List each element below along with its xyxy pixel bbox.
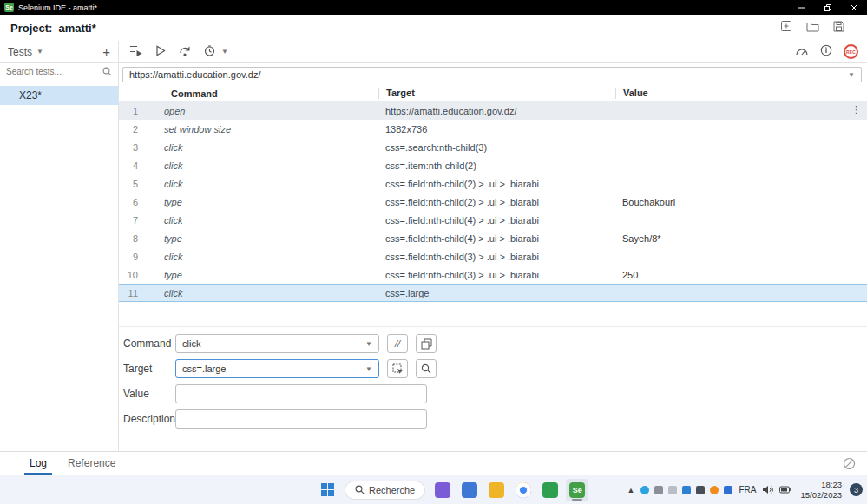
tray-cloud-icon[interactable] <box>654 486 663 494</box>
tray-shield-icon[interactable] <box>682 486 691 494</box>
row-menu-icon[interactable]: ⋮ <box>851 104 861 115</box>
table-row[interactable]: 6 type css=.field:nth-child(2) > .ui > .… <box>119 193 867 211</box>
language-indicator[interactable]: FRA <box>739 485 756 494</box>
row-target[interactable]: css=.search:nth-child(3) <box>378 142 615 153</box>
table-row[interactable]: 7 click css=.field:nth-child(4) > .ui > … <box>119 211 867 229</box>
clear-log-icon[interactable] <box>843 457 856 470</box>
find-target-button[interactable] <box>416 359 437 378</box>
battery-icon[interactable] <box>779 486 791 494</box>
table-row[interactable]: 3 click css=.search:nth-child(3) ⋮ <box>119 138 867 156</box>
speaker-icon[interactable] <box>762 485 773 494</box>
row-target[interactable]: https://amatti.education.gov.dz/ <box>378 106 615 116</box>
command-combobox-value: click <box>182 338 200 349</box>
tray-telegram-icon[interactable] <box>640 486 649 494</box>
minimize-button[interactable] <box>789 0 815 15</box>
info-icon[interactable] <box>820 44 832 60</box>
chrome-icon[interactable] <box>512 479 535 501</box>
chevron-down-icon[interactable]: ▼ <box>848 71 855 79</box>
table-row[interactable]: 4 click css=.item:nth-child(2) ⋮ <box>119 156 867 174</box>
tray-vlc-icon[interactable] <box>710 486 719 494</box>
open-reference-icon[interactable] <box>416 334 437 353</box>
calculator-app-icon[interactable] <box>458 479 481 501</box>
add-test-button[interactable]: + <box>102 45 110 58</box>
tests-panel-header: Tests ▼ + <box>0 41 119 62</box>
run-current-test-icon[interactable] <box>155 44 166 60</box>
table-row[interactable]: 2 set window size 1382x736 ⋮ <box>119 120 867 138</box>
row-value[interactable]: Bouchakourl <box>615 197 867 207</box>
table-row[interactable]: 1 open https://amatti.education.gov.dz/ … <box>119 101 867 120</box>
row-command[interactable]: click <box>138 215 378 226</box>
app-body: X23* https://amatti.education.gov.dz/ ▼ … <box>0 63 867 451</box>
toggle-comment-button[interactable]: // <box>387 334 408 353</box>
toolbar: Tests ▼ + ▼ REC <box>0 41 867 63</box>
row-command[interactable]: click <box>138 142 378 153</box>
row-command[interactable]: open <box>138 106 378 116</box>
value-form-row: Value <box>122 384 867 403</box>
selenium-app-icon[interactable]: Se <box>566 479 588 501</box>
restore-button[interactable] <box>815 0 841 15</box>
row-number: 4 <box>119 160 138 171</box>
record-button[interactable]: REC <box>844 44 858 59</box>
run-all-tests-icon[interactable] <box>129 44 142 60</box>
row-command[interactable]: type <box>138 270 378 280</box>
target-combobox[interactable]: css=.large ▼ <box>175 359 379 378</box>
row-command[interactable]: click <box>138 252 378 262</box>
tray-bluetooth-icon[interactable] <box>724 486 732 494</box>
green-app-icon[interactable] <box>539 479 562 501</box>
row-target[interactable]: css=.field:nth-child(2) > .ui > .biarabi <box>378 179 615 189</box>
table-row[interactable]: 9 click css=.field:nth-child(3) > .ui > … <box>119 247 867 265</box>
save-project-icon[interactable] <box>833 20 844 36</box>
command-combobox[interactable]: click ▼ <box>175 334 379 353</box>
close-button[interactable] <box>841 0 867 15</box>
row-command[interactable]: click <box>138 288 378 298</box>
row-target[interactable]: css=.item:nth-child(2) <box>378 160 615 171</box>
file-explorer-icon[interactable] <box>485 479 508 501</box>
tray-onedrive-icon[interactable] <box>668 486 677 494</box>
row-target[interactable]: 1382x736 <box>378 124 615 134</box>
table-row[interactable]: 11 click css=.large ⋮ <box>119 284 867 302</box>
row-target[interactable]: css=.large <box>378 288 615 298</box>
tests-label[interactable]: Tests <box>8 46 32 58</box>
notification-count-badge[interactable]: 3 <box>850 483 863 496</box>
search-tests-input[interactable] <box>6 67 102 76</box>
row-target[interactable]: css=.field:nth-child(4) > .ui > .biarabi <box>378 233 615 244</box>
test-list-item[interactable]: X23* <box>0 86 118 105</box>
row-target[interactable]: css=.field:nth-child(4) > .ui > .biarabi <box>378 215 615 226</box>
value-input[interactable] <box>175 384 427 403</box>
main-panel: https://amatti.education.gov.dz/ ▼ Comma… <box>119 63 867 451</box>
toolbar-right: REC <box>786 41 867 62</box>
tab-log[interactable]: Log <box>19 452 57 475</box>
step-over-icon[interactable] <box>179 44 191 60</box>
select-target-button[interactable] <box>387 359 408 378</box>
description-input[interactable] <box>175 409 427 429</box>
tab-reference[interactable]: Reference <box>57 452 126 475</box>
row-target[interactable]: css=.field:nth-child(3) > .ui > .biarabi <box>378 252 615 262</box>
table-row[interactable]: 5 click css=.field:nth-child(2) > .ui > … <box>119 174 867 193</box>
row-command[interactable]: type <box>138 197 378 207</box>
start-button[interactable] <box>316 479 338 501</box>
table-row[interactable]: 8 type css=.field:nth-child(4) > .ui > .… <box>119 229 867 247</box>
row-value[interactable]: 250 <box>615 270 867 280</box>
pinned-app-icon[interactable] <box>431 479 454 501</box>
row-target[interactable]: css=.field:nth-child(3) > .ui > .biarabi <box>378 270 615 280</box>
test-speed-control[interactable]: ▼ <box>204 44 228 60</box>
chevron-down-icon[interactable]: ▼ <box>36 48 43 56</box>
playback-url-combobox[interactable]: https://amatti.education.gov.dz/ ▼ <box>122 67 862 82</box>
table-row[interactable]: 10 type css=.field:nth-child(3) > .ui > … <box>119 265 867 284</box>
test-name: X23* <box>19 89 42 101</box>
hidden-icons-chevron[interactable]: ▲ <box>627 486 635 494</box>
taskbar-search[interactable]: Recherche <box>345 481 425 500</box>
row-command[interactable]: set window size <box>138 124 378 134</box>
gauge-icon[interactable] <box>795 44 809 60</box>
chevron-down-icon[interactable]: ▼ <box>365 340 372 348</box>
row-command[interactable]: click <box>138 179 378 189</box>
new-project-icon[interactable] <box>780 20 792 36</box>
row-command[interactable]: click <box>138 160 378 171</box>
row-value[interactable]: Sayeh/8* <box>615 233 867 244</box>
taskbar-clock[interactable]: 18:23 15/02/2023 <box>798 480 842 501</box>
open-project-icon[interactable] <box>806 20 819 36</box>
row-target[interactable]: css=.field:nth-child(2) > .ui > .biarabi <box>378 197 615 207</box>
tray-camera-icon[interactable] <box>696 486 705 494</box>
row-command[interactable]: type <box>138 233 378 244</box>
chevron-down-icon[interactable]: ▼ <box>365 365 372 373</box>
